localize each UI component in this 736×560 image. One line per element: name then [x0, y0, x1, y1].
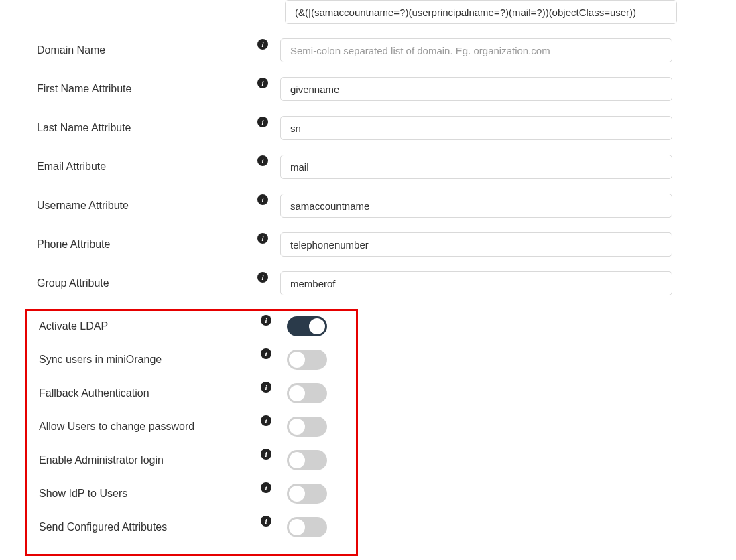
show-idp-label: Show IdP to Users: [39, 488, 261, 500]
admin-login-toggle[interactable]: [287, 450, 327, 470]
last-name-attr-input[interactable]: [280, 116, 672, 140]
info-icon[interactable]: i: [257, 39, 268, 50]
admin-login-label: Enable Administrator login: [39, 454, 261, 466]
username-attr-input[interactable]: [280, 194, 672, 218]
info-icon[interactable]: i: [261, 315, 271, 326]
info-icon[interactable]: i: [261, 516, 271, 527]
domain-name-input[interactable]: [280, 38, 672, 62]
info-icon[interactable]: i: [257, 155, 268, 166]
email-attr-input[interactable]: [280, 155, 672, 179]
sync-users-toggle[interactable]: [287, 350, 327, 370]
info-icon[interactable]: i: [261, 449, 271, 460]
last-name-attr-label: Last Name Attribute: [37, 122, 257, 134]
phone-attr-label: Phone Attribute: [37, 238, 257, 251]
info-icon[interactable]: i: [257, 78, 268, 88]
info-icon[interactable]: i: [257, 194, 268, 205]
show-idp-toggle[interactable]: [287, 484, 327, 504]
info-icon[interactable]: i: [261, 415, 271, 426]
first-name-attr-label: First Name Attribute: [37, 83, 257, 95]
info-icon[interactable]: i: [257, 233, 268, 244]
activate-ldap-label: Activate LDAP: [39, 320, 261, 332]
first-name-attr-input[interactable]: [280, 77, 672, 101]
info-icon[interactable]: i: [261, 482, 271, 493]
info-icon[interactable]: i: [257, 117, 268, 127]
search-filter-input[interactable]: [285, 0, 677, 24]
group-attr-label: Group Attribute: [37, 277, 257, 289]
group-attr-input[interactable]: [280, 271, 672, 295]
options-highlighted-section: Activate LDAP i Sync users in miniOrange…: [25, 309, 358, 556]
allow-change-pwd-label: Allow Users to change password: [39, 421, 261, 433]
fallback-auth-toggle[interactable]: [287, 383, 327, 403]
activate-ldap-toggle[interactable]: [287, 316, 327, 336]
email-attr-label: Email Attribute: [37, 161, 257, 173]
fallback-auth-label: Fallback Authentication: [39, 387, 261, 399]
send-attrs-label: Send Configured Attributes: [39, 521, 261, 533]
send-attrs-toggle[interactable]: [287, 517, 327, 537]
username-attr-label: Username Attribute: [37, 200, 257, 212]
info-icon[interactable]: i: [261, 348, 271, 359]
info-icon[interactable]: i: [261, 382, 271, 393]
info-icon[interactable]: i: [257, 272, 268, 283]
domain-name-label: Domain Name: [37, 44, 257, 56]
sync-users-label: Sync users in miniOrange: [39, 354, 261, 366]
phone-attr-input[interactable]: [280, 232, 672, 257]
allow-change-pwd-toggle[interactable]: [287, 417, 327, 437]
